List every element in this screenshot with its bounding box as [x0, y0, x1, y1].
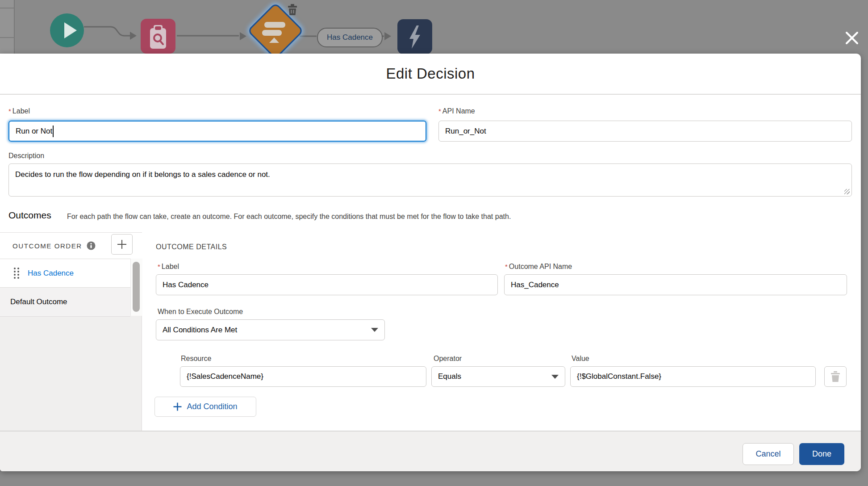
connector-arrow [240, 32, 246, 40]
done-button[interactable]: Done [799, 443, 844, 465]
outcome-item-has-cadence[interactable]: Has Cadence [0, 259, 130, 288]
outcome-label-field-label: *Label [158, 263, 179, 271]
outcome-order-list: Has Cadence Default Outcome [0, 259, 130, 317]
get-records-node [141, 19, 175, 54]
close-icon[interactable] [844, 30, 860, 46]
connector-label-pill: Has Cadence [317, 28, 383, 47]
action-node [397, 19, 432, 54]
execute-when-label: When to Execute Outcome [158, 308, 243, 316]
connector-arrow [130, 32, 137, 40]
operator-select[interactable]: Equals [431, 366, 565, 387]
cancel-button[interactable]: Cancel [743, 443, 794, 465]
execute-when-select[interactable]: All Conditions Are Met [156, 319, 385, 340]
outcome-label-input[interactable] [156, 274, 498, 295]
trash-icon [830, 371, 840, 382]
outcomes-heading: Outcomes [8, 210, 51, 221]
label-input-value: Run or Not [16, 127, 52, 136]
signpost-icon [264, 22, 285, 28]
trash-icon [287, 4, 298, 16]
description-field-label: Description [8, 152, 44, 160]
drag-handle-icon[interactable] [13, 267, 20, 279]
modal-title: Edit Decision [386, 65, 475, 82]
scrollbar-thumb[interactable] [133, 262, 140, 312]
modal-header: Edit Decision [0, 54, 861, 95]
outcomes-helper-text: For each path the flow can take, create … [67, 213, 511, 221]
add-outcome-button[interactable] [111, 234, 133, 255]
modal-footer: Cancel Done [0, 431, 861, 471]
outcome-list-scrollbar[interactable] [130, 259, 142, 316]
connector-arrow [384, 32, 391, 40]
add-condition-button[interactable]: Add Condition [154, 397, 256, 417]
play-icon [64, 22, 77, 38]
info-icon[interactable] [87, 241, 96, 250]
required-marker: * [8, 107, 11, 115]
operator-label: Operator [434, 355, 462, 363]
required-marker: * [438, 107, 441, 115]
chevron-down-icon [371, 328, 378, 332]
description-textarea[interactable]: Decides to run the flow depending on if … [8, 163, 852, 197]
outcome-details-heading: OUTCOME DETAILS [156, 243, 227, 251]
operator-value: Equals [438, 372, 461, 381]
plus-icon [173, 402, 182, 411]
outcome-api-field-label: *Outcome API Name [505, 263, 572, 271]
value-input[interactable] [570, 366, 816, 387]
execute-when-value: All Conditions Are Met [163, 326, 237, 335]
record-lookup-icon [148, 24, 168, 51]
plus-icon [117, 239, 127, 249]
resize-handle[interactable] [844, 189, 850, 194]
description-value: Decides to run the flow depending on if … [15, 170, 270, 179]
edit-decision-modal: Edit Decision *Label Run or Not *API Nam… [0, 54, 861, 471]
outcome-order-title: OUTCOME ORDER [13, 242, 82, 250]
chevron-down-icon [551, 375, 559, 379]
api-name-field-label: *API Name [438, 107, 475, 115]
add-condition-label: Add Condition [187, 402, 237, 411]
label-field-label: *Label [8, 107, 30, 115]
screen: { "flow": { "connector_label": "Has Cade… [0, 0, 868, 486]
resource-input[interactable] [180, 366, 426, 387]
outcome-item-label: Has Cadence [28, 269, 74, 278]
lightning-bolt-icon [407, 25, 423, 49]
api-name-input[interactable] [438, 121, 852, 142]
flow-connectors [0, 0, 868, 54]
signpost-icon [269, 38, 279, 43]
required-marker: * [505, 263, 508, 270]
text-caret [53, 126, 54, 137]
start-node [50, 13, 84, 47]
resource-label: Resource [181, 355, 211, 363]
outcome-item-default[interactable]: Default Outcome [0, 288, 130, 317]
label-input[interactable]: Run or Not [8, 121, 426, 142]
value-label: Value [572, 355, 589, 363]
required-marker: * [158, 263, 160, 270]
connector-label: Has Cadence [327, 33, 373, 42]
flow-canvas: Has Cadence [0, 0, 868, 54]
outcome-api-name-input[interactable] [504, 274, 847, 295]
signpost-icon [262, 30, 282, 36]
outcome-order-panel: OUTCOME ORDER [0, 232, 142, 431]
delete-condition-button[interactable] [824, 366, 847, 387]
outcome-item-label: Default Outcome [10, 297, 67, 306]
